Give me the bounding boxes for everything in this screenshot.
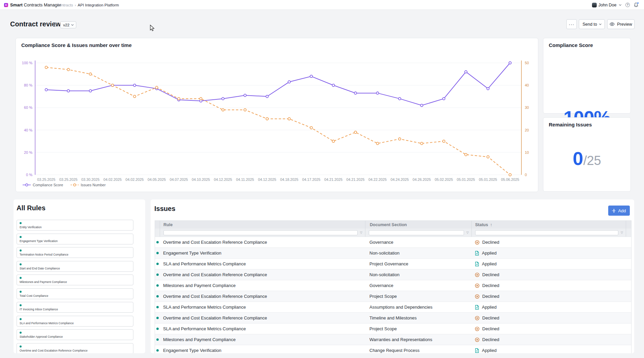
issue-section-cell: Governance bbox=[365, 283, 471, 288]
rule-card[interactable]: Termination Notice Period Compliance bbox=[17, 247, 133, 258]
data-point bbox=[332, 84, 335, 87]
eye-icon bbox=[610, 22, 615, 26]
x-axis-tick-label: 03.30.2025 bbox=[81, 177, 100, 182]
x-axis-tick-label: 03.25.2025 bbox=[37, 177, 55, 182]
header-rule[interactable]: Rule bbox=[160, 221, 365, 229]
version-select[interactable]: v22 bbox=[60, 21, 76, 28]
issue-rule-cell: Overtime and Cost Escalation Reference C… bbox=[160, 315, 365, 320]
section-filter-input[interactable] bbox=[369, 230, 464, 235]
legend-item[interactable]: Compliance Score bbox=[23, 183, 63, 187]
declined-circle-x-icon bbox=[475, 283, 480, 288]
rule-card[interactable]: Overtime and Cost Escalation Reference C… bbox=[17, 343, 133, 354]
user-menu-chevron-icon[interactable] bbox=[619, 3, 621, 6]
issue-row[interactable]: Engagement Type VerificationNon-solicita… bbox=[155, 247, 631, 258]
preview-label: Preview bbox=[617, 22, 632, 27]
issues-title: Issues bbox=[154, 205, 175, 213]
mouse-cursor bbox=[149, 25, 155, 31]
issue-row[interactable]: Milestones and Payment ComplianceGoverna… bbox=[155, 280, 631, 291]
data-point bbox=[310, 75, 312, 77]
breadcrumb-current: API Integration Platform bbox=[78, 3, 119, 7]
rule-card[interactable]: SLA and Performance Metrics Compliance bbox=[17, 316, 133, 327]
data-point bbox=[244, 94, 246, 96]
breadcrumb-separator: › bbox=[75, 3, 76, 7]
issue-dot-icon bbox=[156, 328, 159, 330]
x-axis-tick-label: 04.24.2025 bbox=[390, 177, 409, 182]
help-icon[interactable]: ? bbox=[625, 3, 630, 7]
issue-section-cell: Project Scope bbox=[365, 294, 471, 299]
left-axis-tick-label: 60 % bbox=[24, 105, 32, 110]
info-icon[interactable]: i bbox=[52, 22, 57, 27]
app-title-rest: Contracts Manager bbox=[23, 2, 61, 7]
rule-card-label: Stakeholder Approval Compliance bbox=[20, 335, 63, 338]
x-axis-tick-label: 04.10.2025 bbox=[192, 177, 210, 182]
header-status[interactable]: Status↑ bbox=[471, 221, 626, 229]
x-axis-tick-label: 04.02.2025 bbox=[126, 177, 144, 182]
filter-funnel-icon[interactable]: ▽ bbox=[621, 231, 623, 234]
data-point bbox=[45, 89, 47, 91]
plus-icon bbox=[612, 209, 616, 213]
issue-row[interactable]: Overtime and Cost Escalation Reference C… bbox=[155, 237, 631, 247]
issue-row[interactable]: Overtime and Cost Escalation Reference C… bbox=[155, 291, 631, 302]
issue-dot-icon bbox=[156, 306, 159, 308]
send-to-button[interactable]: Send to bbox=[579, 19, 605, 29]
data-point bbox=[89, 73, 92, 75]
filter-funnel-icon[interactable]: ▽ bbox=[360, 231, 362, 234]
right-axis-tick-label: 50 bbox=[525, 61, 529, 65]
header-document-section[interactable]: Document Section bbox=[365, 221, 471, 229]
user-avatar[interactable] bbox=[592, 3, 597, 7]
breadcrumb-contracts[interactable]: Contracts bbox=[56, 3, 73, 7]
rule-status-dot-icon bbox=[20, 236, 22, 238]
legend-item[interactable]: Issues Number bbox=[71, 183, 106, 187]
issue-dot-cell bbox=[155, 328, 160, 330]
issue-dot-icon bbox=[156, 273, 159, 276]
rule-card[interactable]: Stakeholder Approval Compliance bbox=[17, 329, 133, 340]
filter-funnel-icon[interactable]: ▽ bbox=[466, 231, 469, 234]
issue-rule-cell: Milestones and Payment Compliance bbox=[160, 337, 365, 342]
issue-row[interactable]: SLA and Performance Metrics ComplianceAs… bbox=[155, 302, 631, 312]
issue-status-label: Declined bbox=[482, 283, 499, 288]
rule-card[interactable]: Start and End Date Compliance bbox=[17, 261, 133, 272]
rule-status-dot-icon bbox=[20, 277, 22, 279]
data-point bbox=[443, 97, 445, 100]
issue-row[interactable]: Overtime and Cost Escalation Reference C… bbox=[155, 312, 631, 323]
rule-card-label: Entity Verification bbox=[20, 225, 42, 229]
remaining-issues-total: /25 bbox=[583, 153, 601, 168]
status-filter-input[interactable] bbox=[475, 230, 618, 235]
issue-dot-icon bbox=[156, 349, 159, 352]
issue-row[interactable]: Milestones and Payment ComplianceWarrant… bbox=[155, 334, 631, 345]
left-axis-tick-label: 20 % bbox=[24, 150, 32, 154]
rule-card[interactable]: IT Invoicing Inbox Compliance bbox=[17, 302, 133, 313]
notifications-bell-icon[interactable] bbox=[634, 2, 639, 7]
x-axis-tick-label: 04.12.2025 bbox=[258, 177, 276, 182]
issue-section-cell: Project Governance bbox=[365, 261, 471, 266]
add-issue-button[interactable]: Add bbox=[608, 206, 630, 216]
issue-dot-cell bbox=[155, 349, 160, 352]
data-point bbox=[155, 86, 158, 89]
issue-row[interactable]: SLA and Performance Metrics CompliancePr… bbox=[155, 258, 631, 269]
rule-filter-input[interactable] bbox=[163, 230, 358, 235]
issue-row[interactable]: SLA and Performance Metrics CompliancePr… bbox=[155, 323, 631, 334]
chart-title: Compliance Score & Issues number over ti… bbox=[21, 42, 132, 48]
preview-button[interactable]: Preview bbox=[607, 19, 635, 29]
rule-card[interactable]: Milestones and Payment Compliance bbox=[17, 275, 133, 285]
legend-label: Compliance Score bbox=[33, 183, 63, 187]
rule-card[interactable]: Total Cost Compliance bbox=[17, 288, 133, 299]
x-axis-tick-label: 04.21.2025 bbox=[324, 177, 342, 182]
left-axis-tick-label: 100 % bbox=[22, 61, 32, 65]
series-line-left bbox=[46, 63, 510, 105]
rule-card[interactable]: Engagement Type Verification bbox=[17, 234, 133, 244]
more-actions-button[interactable]: ··· bbox=[566, 19, 577, 29]
issue-row[interactable]: Overtime and Cost Escalation Reference C… bbox=[155, 269, 631, 280]
data-point bbox=[67, 68, 70, 71]
data-point bbox=[398, 97, 401, 100]
series-line-right bbox=[46, 67, 510, 175]
issue-rule-cell: Engagement Type Verification bbox=[160, 250, 365, 256]
rule-card[interactable]: Entity Verification bbox=[17, 220, 133, 231]
user-name[interactable]: John Doe bbox=[598, 3, 617, 7]
issue-status-label: Applied bbox=[482, 348, 496, 353]
compliance-issues-line-chart: 0 %20 %40 %60 %80 %100 %0102030405003.25… bbox=[16, 50, 539, 186]
all-rules-title: All Rules bbox=[17, 204, 46, 212]
declined-circle-x-icon bbox=[475, 316, 480, 320]
data-point bbox=[244, 109, 246, 111]
issue-row[interactable]: Engagement Type VerificationChange Reque… bbox=[155, 345, 631, 353]
